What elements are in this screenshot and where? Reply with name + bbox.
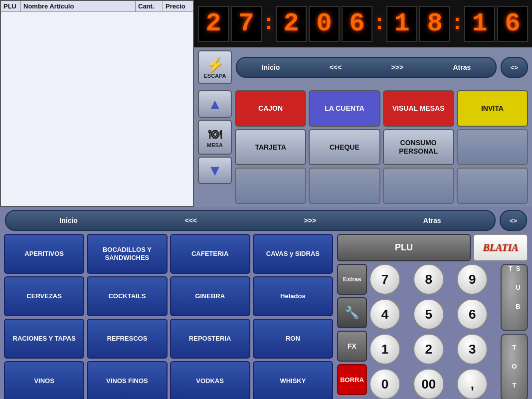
arrow-up-button[interactable]: ▲ bbox=[198, 90, 232, 118]
cat-vodkas[interactable]: VODKAS bbox=[170, 361, 250, 399]
tarjeta-button[interactable]: TARJETA bbox=[235, 129, 306, 166]
digit-7: 1 bbox=[464, 6, 495, 42]
empty-btn-3 bbox=[309, 168, 380, 204]
main-bottom: APERITIVOS BOCADILLOS Y SANDWICHES CAFET… bbox=[0, 234, 532, 399]
cat-ron[interactable]: RON bbox=[253, 319, 333, 359]
wrench-button[interactable]: 🔧 bbox=[337, 297, 367, 328]
empty-btn-5 bbox=[457, 168, 528, 204]
numpad-area: Extras 🔧 FX BORRA 7 8 9 4 5 6 1 2 bbox=[337, 264, 528, 399]
digit-2: 2 bbox=[276, 6, 307, 42]
escapa-button[interactable]: ⚡ ESCAPA bbox=[198, 50, 232, 84]
nav-atras[interactable]: Atras bbox=[448, 61, 476, 73]
wrench-icon: 🔧 bbox=[345, 306, 359, 320]
cat-helados[interactable]: Helados bbox=[253, 276, 333, 316]
numpad-grid: 7 8 9 4 5 6 1 2 3 0 00 , bbox=[369, 264, 498, 399]
buttons-area: ▲ 🍽 MESA ▼ CAJON LA CUENTA VISUAL MESAS … bbox=[194, 87, 532, 207]
plu-button[interactable]: PLU bbox=[337, 234, 471, 261]
top-nav-bar: Inicio <<< >>> Atras bbox=[236, 57, 497, 78]
cheque-button[interactable]: CHEQUE bbox=[309, 129, 380, 166]
category-grid: APERITIVOS BOCADILLOS Y SANDWICHES CAFET… bbox=[4, 234, 333, 399]
action-buttons-grid: CAJON LA CUENTA VISUAL MESAS INVITA TARJ… bbox=[235, 90, 528, 204]
display-digits: 2 7 : 2 0 6 : 1 8 : 1 6 bbox=[198, 6, 528, 42]
bottom-nav-bar: Inicio <<< >>> Atras bbox=[5, 210, 496, 231]
cat-raciones[interactable]: RACIONES Y TAPAS bbox=[4, 319, 84, 359]
logo-text: BLATIA bbox=[483, 242, 518, 253]
visual-mesas-button[interactable]: VISUAL MESAS bbox=[383, 90, 454, 127]
num-8[interactable]: 8 bbox=[413, 264, 444, 295]
cat-cafeteria[interactable]: CAFETERIA bbox=[170, 234, 250, 274]
num-comma[interactable]: , bbox=[457, 369, 488, 399]
num-9[interactable]: 9 bbox=[457, 264, 488, 295]
digit-6: 8 bbox=[419, 6, 450, 42]
num-3[interactable]: 3 bbox=[457, 334, 488, 365]
empty-btn-1 bbox=[457, 129, 528, 166]
num-2[interactable]: 2 bbox=[413, 334, 444, 365]
right-controls: PLU BLATIA Extras 🔧 FX BORRA bbox=[337, 234, 528, 399]
fx-button[interactable]: FX bbox=[337, 331, 367, 362]
la-cuenta-button[interactable]: LA CUENTA bbox=[309, 90, 380, 127]
num-1[interactable]: 1 bbox=[369, 334, 400, 365]
side-buttons: S U B T T O T bbox=[501, 264, 528, 399]
table-header: PLU Nombre Artículo Cant. Precio bbox=[1, 1, 193, 12]
nav-diamond[interactable]: <> bbox=[501, 57, 528, 78]
bottom-nav-atras[interactable]: Atras bbox=[417, 214, 447, 226]
cat-cocktails[interactable]: COCKTAILS bbox=[87, 276, 167, 316]
right-panel: 2 7 : 2 0 6 : 1 8 : 1 6 ⚡ ESCAPA Inicio bbox=[194, 0, 532, 207]
consumo-personal-button[interactable]: CONSUMO PERSONAL bbox=[383, 129, 454, 166]
digit-3: 0 bbox=[309, 6, 340, 42]
nav-forward[interactable]: >>> bbox=[386, 61, 409, 73]
nav-back[interactable]: <<< bbox=[325, 61, 347, 73]
logo-box: BLATIA bbox=[473, 234, 528, 261]
bottom-nav: Inicio <<< >>> Atras <> bbox=[0, 207, 532, 234]
extras-button[interactable]: Extras bbox=[337, 264, 367, 295]
empty-btn-2 bbox=[235, 168, 306, 204]
mesa-icon: 🍽 bbox=[208, 127, 221, 142]
digit-0: 2 bbox=[198, 6, 229, 42]
borra-button[interactable]: BORRA bbox=[337, 364, 367, 395]
mesa-button[interactable]: 🍽 MESA bbox=[198, 120, 232, 155]
cat-whisky[interactable]: WHISKY bbox=[253, 361, 333, 399]
col-nombre-header: Nombre Artículo bbox=[21, 1, 136, 11]
controls-row: ⚡ ESCAPA Inicio <<< >>> Atras <> bbox=[194, 47, 532, 87]
display-area: 2 7 : 2 0 6 : 1 8 : 1 6 bbox=[194, 0, 532, 47]
digit-4: 6 bbox=[342, 6, 372, 42]
cat-vinos-finos[interactable]: VINOS FINOS bbox=[87, 361, 167, 399]
col-precio-header: Precio bbox=[163, 1, 193, 11]
cat-refrescos[interactable]: REFRESCOS bbox=[87, 319, 167, 359]
cajon-button[interactable]: CAJON bbox=[235, 90, 306, 127]
table-area: PLU Nombre Artículo Cant. Precio bbox=[0, 0, 194, 207]
num-4[interactable]: 4 bbox=[369, 299, 400, 330]
cat-cervezas[interactable]: CERVEZAS bbox=[4, 276, 84, 316]
cat-vinos[interactable]: VINOS bbox=[4, 361, 84, 399]
cat-cavas[interactable]: CAVAS y SIDRAS bbox=[253, 234, 333, 274]
num-6[interactable]: 6 bbox=[457, 299, 488, 330]
tot-button[interactable]: T O T bbox=[501, 334, 528, 399]
bottom-nav-diamond[interactable]: <> bbox=[500, 210, 527, 231]
num-7[interactable]: 7 bbox=[369, 264, 400, 295]
digit-5: 1 bbox=[386, 6, 417, 42]
bottom-nav-back[interactable]: <<< bbox=[179, 214, 203, 226]
invita-button[interactable]: INVITA bbox=[457, 90, 528, 127]
num-0[interactable]: 0 bbox=[369, 369, 400, 399]
cat-ginebra[interactable]: GINEBRA bbox=[170, 276, 250, 316]
mesa-label: MESA bbox=[207, 142, 223, 148]
arrow-down-button[interactable]: ▼ bbox=[198, 157, 232, 184]
num-5[interactable]: 5 bbox=[413, 299, 444, 330]
digit-1: 7 bbox=[231, 6, 262, 42]
left-arrow-btns: ▲ 🍽 MESA ▼ bbox=[198, 90, 232, 204]
nav-inicio[interactable]: Inicio bbox=[257, 61, 285, 73]
cat-reposteria[interactable]: REPOSTERIA bbox=[170, 319, 250, 359]
num-00[interactable]: 00 bbox=[413, 369, 444, 399]
subt-button[interactable]: S U B T bbox=[501, 264, 528, 331]
plu-logo-row: PLU BLATIA bbox=[337, 234, 528, 261]
bottom-nav-inicio[interactable]: Inicio bbox=[53, 214, 84, 226]
digit-colon3: : bbox=[452, 6, 462, 42]
digit-colon2: : bbox=[374, 6, 384, 42]
empty-btn-4 bbox=[383, 168, 454, 204]
extras-column: Extras 🔧 FX BORRA bbox=[337, 264, 367, 399]
cat-aperitivos[interactable]: APERITIVOS bbox=[4, 234, 84, 274]
bottom-nav-forward[interactable]: >>> bbox=[298, 214, 323, 226]
escapa-label: ESCAPA bbox=[203, 73, 226, 79]
lightning-icon: ⚡ bbox=[206, 56, 224, 73]
cat-bocadillos[interactable]: BOCADILLOS Y SANDWICHES bbox=[87, 234, 167, 274]
